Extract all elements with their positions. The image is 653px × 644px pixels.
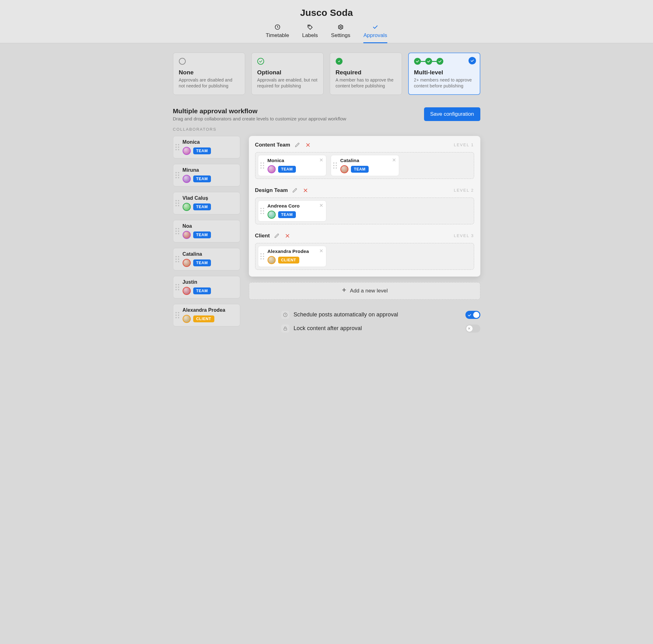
tab-labels[interactable]: Labels bbox=[302, 24, 318, 43]
level-title: Design Team bbox=[255, 187, 288, 193]
option-title: Multi-level bbox=[414, 69, 475, 76]
tab-label: Settings bbox=[331, 32, 350, 39]
collaborator-card[interactable]: Justin TEAM bbox=[173, 276, 240, 299]
tab-settings[interactable]: Settings bbox=[331, 24, 350, 43]
option-title: Required bbox=[336, 69, 396, 76]
workflow-heading: Multiple approval workflow bbox=[173, 108, 346, 115]
delete-level-button[interactable] bbox=[302, 187, 309, 194]
drag-handle-icon[interactable] bbox=[260, 252, 265, 260]
option-description: 2+ members need to approve content befor… bbox=[414, 77, 475, 89]
toggle-schedule[interactable] bbox=[465, 311, 480, 319]
approval-settings: Schedule posts automatically on approval… bbox=[281, 311, 480, 333]
option-title: None bbox=[179, 69, 239, 76]
remove-member-button[interactable]: ✕ bbox=[319, 248, 323, 254]
page-title: Jusco Soda bbox=[0, 7, 653, 18]
person-name: Monica bbox=[268, 158, 296, 163]
drag-handle-icon[interactable] bbox=[174, 199, 180, 207]
level-member-card[interactable]: Alexandra Prodea CLIENT ✕ bbox=[258, 246, 326, 267]
plus-icon bbox=[341, 287, 347, 294]
avatar bbox=[183, 175, 191, 183]
person-name: Alexandra Prodea bbox=[268, 248, 309, 254]
level-header: Client LEVEL 3 bbox=[255, 232, 474, 239]
page-header: Jusco Soda Timetable Labels Settings App… bbox=[0, 0, 653, 43]
avatar bbox=[340, 165, 348, 173]
collaborator-card[interactable]: Monica TEAM bbox=[173, 136, 240, 158]
gear-icon bbox=[337, 24, 344, 30]
add-level-button[interactable]: Add a new level bbox=[249, 282, 480, 300]
add-level-label: Add a new level bbox=[350, 288, 388, 294]
drag-handle-icon[interactable] bbox=[174, 283, 180, 291]
approval-mode-none[interactable]: None Approvals are disabled and not need… bbox=[173, 53, 245, 95]
collaborator-card[interactable]: Noa TEAM bbox=[173, 220, 240, 242]
avatar bbox=[268, 256, 276, 264]
svg-rect-12 bbox=[284, 328, 287, 330]
tab-label: Labels bbox=[302, 32, 318, 39]
tab-bar: Timetable Labels Settings Approvals bbox=[266, 24, 387, 43]
drag-handle-icon[interactable] bbox=[174, 255, 180, 263]
collaborators-label: COLLABORATORS bbox=[173, 127, 480, 132]
drag-handle-icon[interactable] bbox=[174, 143, 180, 151]
role-badge: TEAM bbox=[278, 211, 296, 218]
approval-mode-optional[interactable]: Optional Approvals are enabled, but not … bbox=[251, 53, 323, 95]
person-name: Vlad Caluș bbox=[183, 195, 211, 201]
role-badge: CLIENT bbox=[193, 315, 214, 322]
level-header: Content Team LEVEL 1 bbox=[255, 142, 474, 148]
level-block: Design Team LEVEL 2 Andreea Coro TEAM ✕ bbox=[255, 187, 474, 224]
svg-point-2 bbox=[340, 26, 342, 28]
role-badge: TEAM bbox=[278, 166, 296, 173]
tab-approvals[interactable]: Approvals bbox=[363, 24, 387, 43]
level-member-card[interactable]: Andreea Coro TEAM ✕ bbox=[258, 200, 326, 221]
rename-level-button[interactable] bbox=[291, 187, 298, 194]
drag-handle-icon[interactable] bbox=[260, 162, 265, 170]
delete-level-button[interactable] bbox=[305, 142, 311, 148]
level-header: Design Team LEVEL 2 bbox=[255, 187, 474, 194]
level-drop-zone[interactable]: Alexandra Prodea CLIENT ✕ bbox=[255, 243, 474, 270]
rename-level-button[interactable] bbox=[273, 232, 280, 239]
person-name: Noa bbox=[183, 223, 211, 229]
drag-handle-icon[interactable] bbox=[174, 227, 180, 235]
collaborator-card[interactable]: Catalina TEAM bbox=[173, 248, 240, 270]
levels-panel: Content Team LEVEL 1 Monica TEAM ✕ Catal… bbox=[249, 136, 480, 277]
option-description: Approvals are enabled, but not required … bbox=[257, 77, 318, 89]
option-description: Approvals are disabled and not needed fo… bbox=[179, 77, 239, 89]
person-name: Justin bbox=[183, 279, 211, 285]
option-title: Optional bbox=[257, 69, 318, 76]
remove-member-button[interactable]: ✕ bbox=[319, 203, 323, 208]
level-member-card[interactable]: Catalina TEAM ✕ bbox=[331, 155, 399, 176]
avatar bbox=[183, 231, 191, 239]
drag-handle-icon[interactable] bbox=[174, 311, 180, 319]
avatar bbox=[268, 165, 276, 173]
tab-timetable[interactable]: Timetable bbox=[266, 24, 289, 43]
circle-empty-icon bbox=[179, 58, 186, 65]
collaborator-card[interactable]: Miruna TEAM bbox=[173, 164, 240, 186]
check-icon bbox=[467, 312, 471, 319]
level-tag: LEVEL 2 bbox=[454, 188, 474, 193]
role-badge: TEAM bbox=[193, 287, 211, 294]
levels-column: Content Team LEVEL 1 Monica TEAM ✕ Catal… bbox=[249, 136, 480, 333]
save-configuration-button[interactable]: Save configuration bbox=[424, 108, 480, 121]
remove-member-button[interactable]: ✕ bbox=[319, 158, 323, 163]
level-drop-zone[interactable]: Andreea Coro TEAM ✕ bbox=[255, 197, 474, 224]
level-member-card[interactable]: Monica TEAM ✕ bbox=[258, 155, 326, 176]
level-tag: LEVEL 3 bbox=[454, 233, 474, 238]
approval-mode-required[interactable]: Required A member has to approve the con… bbox=[330, 53, 402, 95]
role-badge: TEAM bbox=[193, 232, 211, 238]
drag-handle-icon[interactable] bbox=[174, 171, 180, 179]
role-badge: TEAM bbox=[193, 147, 211, 154]
toggle-lock[interactable]: ✕ bbox=[465, 325, 480, 333]
level-block: Content Team LEVEL 1 Monica TEAM ✕ Catal… bbox=[255, 142, 474, 179]
workflow-grid: Monica TEAM Miruna TEAM Vlad Caluș TEA bbox=[173, 136, 480, 333]
collaborator-card[interactable]: Vlad Caluș TEAM bbox=[173, 192, 240, 214]
collaborator-card[interactable]: Alexandra Prodea CLIENT bbox=[173, 304, 240, 326]
drag-handle-icon[interactable] bbox=[332, 162, 338, 170]
avatar bbox=[268, 211, 276, 219]
delete-level-button[interactable] bbox=[284, 232, 291, 239]
rename-level-button[interactable] bbox=[294, 142, 301, 148]
avatar bbox=[183, 203, 191, 211]
level-tag: LEVEL 1 bbox=[454, 142, 474, 147]
workflow-subtext: Drag and drop collaborators and create l… bbox=[173, 116, 346, 121]
level-drop-zone[interactable]: Monica TEAM ✕ Catalina TEAM ✕ bbox=[255, 152, 474, 179]
approval-mode-multi[interactable]: Multi-level 2+ members need to approve c… bbox=[408, 53, 480, 95]
remove-member-button[interactable]: ✕ bbox=[392, 158, 396, 163]
drag-handle-icon[interactable] bbox=[260, 207, 265, 215]
